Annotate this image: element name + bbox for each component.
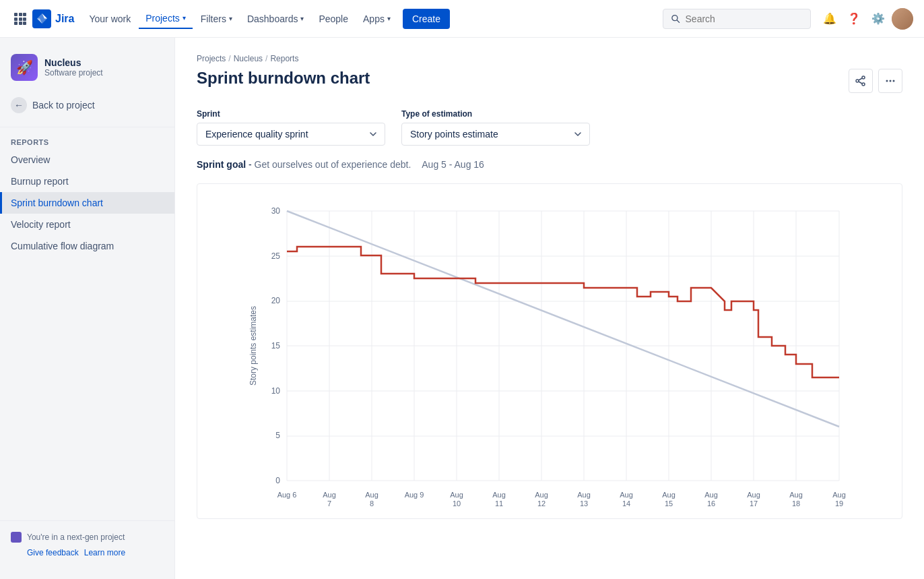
svg-text:8: 8 bbox=[370, 499, 374, 508]
create-button[interactable]: Create bbox=[403, 9, 450, 29]
nav-dashboards[interactable]: Dashboards ▾ bbox=[240, 9, 311, 28]
sprint-filter-label: Sprint bbox=[197, 109, 385, 119]
sidebar: 🚀 Nucleus Software project ← Back to pro… bbox=[0, 38, 175, 579]
feedback-link[interactable]: Give feedback bbox=[27, 548, 79, 557]
svg-point-11 bbox=[862, 76, 865, 79]
ellipsis-icon bbox=[885, 75, 896, 86]
breadcrumb-reports: Reports bbox=[270, 54, 298, 63]
svg-text:Aug: Aug bbox=[620, 491, 633, 499]
share-icon bbox=[855, 75, 866, 86]
search-box[interactable] bbox=[663, 9, 811, 29]
svg-point-16 bbox=[886, 80, 888, 82]
settings-icon[interactable]: ⚙️ bbox=[867, 8, 889, 30]
svg-text:10: 10 bbox=[453, 499, 461, 508]
sprint-goal-dash: - bbox=[249, 159, 255, 170]
breadcrumb-projects[interactable]: Projects bbox=[197, 54, 226, 63]
project-type: Software project bbox=[44, 68, 103, 78]
breadcrumb: Projects / Nucleus / Reports bbox=[197, 54, 902, 63]
svg-rect-7 bbox=[19, 22, 22, 25]
logo-text: Jira bbox=[55, 13, 74, 25]
svg-text:Aug 6: Aug 6 bbox=[277, 491, 297, 499]
svg-text:Aug: Aug bbox=[492, 491, 506, 499]
nav-people[interactable]: People bbox=[312, 9, 355, 28]
search-input[interactable] bbox=[686, 13, 802, 24]
svg-text:Story points estimates: Story points estimates bbox=[249, 306, 258, 386]
chart-wrap: 0 5 10 15 20 25 30 Story points estimate… bbox=[208, 197, 891, 508]
more-button[interactable] bbox=[878, 69, 902, 93]
notifications-icon[interactable]: 🔔 bbox=[819, 8, 840, 30]
svg-text:13: 13 bbox=[580, 499, 588, 508]
share-button[interactable] bbox=[849, 69, 873, 93]
svg-text:0: 0 bbox=[275, 476, 280, 485]
svg-text:Aug: Aug bbox=[323, 491, 336, 499]
svg-text:Aug: Aug bbox=[832, 491, 846, 499]
svg-text:25: 25 bbox=[271, 251, 281, 261]
svg-text:Aug: Aug bbox=[747, 491, 760, 499]
svg-rect-4 bbox=[19, 18, 22, 21]
svg-rect-0 bbox=[14, 13, 18, 16]
svg-text:Aug: Aug bbox=[450, 491, 463, 499]
sidebar-project: 🚀 Nucleus Software project bbox=[0, 49, 174, 92]
svg-rect-6 bbox=[14, 22, 18, 25]
svg-text:Aug: Aug bbox=[535, 491, 548, 499]
sidebar-item-velocity[interactable]: Velocity report bbox=[0, 214, 174, 235]
sprint-filter-select[interactable]: Experience quality sprint bbox=[197, 123, 385, 146]
search-icon bbox=[671, 14, 680, 24]
chevron-down-icon: ▾ bbox=[229, 15, 232, 22]
nav-projects[interactable]: Projects ▾ bbox=[139, 9, 193, 29]
svg-text:17: 17 bbox=[750, 499, 758, 508]
svg-point-13 bbox=[856, 80, 859, 82]
svg-text:20: 20 bbox=[271, 296, 281, 305]
svg-text:Aug: Aug bbox=[577, 491, 591, 499]
chevron-down-icon: ▾ bbox=[300, 15, 304, 22]
back-to-project-button[interactable]: ← Back to project bbox=[0, 92, 174, 119]
jira-logo[interactable]: Jira bbox=[32, 9, 74, 28]
nav-filters[interactable]: Filters ▾ bbox=[194, 9, 239, 28]
breadcrumb-nucleus[interactable]: Nucleus bbox=[234, 54, 263, 63]
project-icon: 🚀 bbox=[11, 54, 38, 81]
sidebar-divider bbox=[0, 127, 174, 127]
svg-text:14: 14 bbox=[622, 499, 630, 508]
svg-text:7: 7 bbox=[327, 499, 331, 508]
svg-text:10: 10 bbox=[271, 386, 281, 396]
svg-text:Aug: Aug bbox=[662, 491, 675, 499]
svg-text:5: 5 bbox=[275, 431, 280, 440]
footer-links: Give feedback Learn more bbox=[11, 548, 164, 557]
estimation-filter-select[interactable]: Story points estimate bbox=[401, 123, 590, 146]
sidebar-item-overview[interactable]: Overview bbox=[0, 149, 174, 171]
chevron-down-icon: ▾ bbox=[183, 14, 186, 22]
page-header: Sprint burndown chart bbox=[197, 69, 902, 93]
svg-text:16: 16 bbox=[707, 499, 715, 508]
svg-text:15: 15 bbox=[665, 499, 673, 508]
learn-link[interactable]: Learn more bbox=[84, 548, 125, 557]
main-content: Projects / Nucleus / Reports Sprint burn… bbox=[175, 38, 924, 579]
breadcrumb-sep-2: / bbox=[265, 54, 267, 63]
chart-container: 0 5 10 15 20 25 30 Story points estimate… bbox=[197, 183, 902, 519]
help-icon[interactable]: ❓ bbox=[843, 8, 865, 30]
page-actions bbox=[849, 69, 902, 93]
sidebar-section-reports: Reports bbox=[0, 130, 174, 149]
back-arrow-icon: ← bbox=[11, 97, 27, 113]
svg-line-15 bbox=[859, 82, 862, 84]
svg-text:12: 12 bbox=[537, 499, 546, 508]
svg-rect-2 bbox=[23, 13, 26, 16]
sidebar-item-cumulative[interactable]: Cumulative flow diagram bbox=[0, 235, 174, 257]
page-title: Sprint burndown chart bbox=[197, 69, 370, 88]
sidebar-item-burnup[interactable]: Burnup report bbox=[0, 171, 174, 192]
svg-text:19: 19 bbox=[835, 499, 843, 508]
user-avatar[interactable] bbox=[892, 8, 913, 30]
nav-your-work[interactable]: Your work bbox=[82, 9, 137, 28]
svg-line-74 bbox=[287, 211, 839, 427]
next-gen-badge: You're in a next-gen project bbox=[11, 532, 164, 543]
nav-apps[interactable]: Apps ▾ bbox=[356, 9, 397, 28]
svg-text:Aug 9: Aug 9 bbox=[405, 491, 424, 499]
top-navigation: Jira Your work Projects ▾ Filters ▾ Dash… bbox=[0, 0, 924, 38]
nav-links: Your work Projects ▾ Filters ▾ Dashboard… bbox=[82, 9, 397, 29]
sidebar-footer: You're in a next-gen project Give feedba… bbox=[0, 520, 174, 568]
burndown-chart: 0 5 10 15 20 25 30 Story points estimate… bbox=[208, 197, 891, 508]
grid-icon[interactable] bbox=[11, 9, 30, 28]
sprint-dates: Aug 5 - Aug 16 bbox=[422, 159, 484, 170]
svg-text:Aug: Aug bbox=[789, 491, 803, 499]
svg-text:30: 30 bbox=[271, 206, 281, 216]
sidebar-item-burndown[interactable]: Sprint burndown chart bbox=[0, 192, 174, 214]
